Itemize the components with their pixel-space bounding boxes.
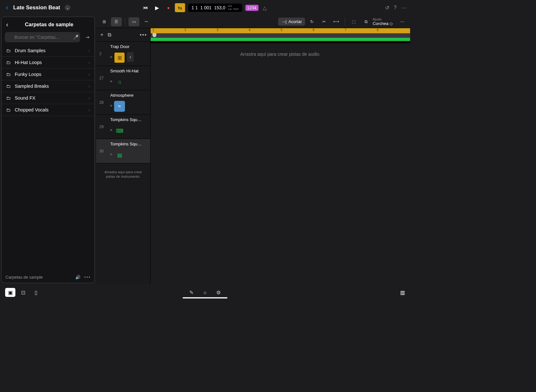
select-tool-button[interactable]: ⬚ <box>348 17 359 26</box>
folder-icon: 🗀 <box>6 72 11 77</box>
track-header[interactable]: 30 Tompkins Squ… ▤ <box>96 139 150 163</box>
folder-icon: 🗀 <box>6 60 11 65</box>
grid-view-button[interactable]: ⊞ <box>99 17 110 26</box>
audio-drop-zone[interactable]: Arrastra aquí para crear pistas de audio… <box>151 43 410 65</box>
instrument-icon[interactable]: ⌨ <box>114 125 125 136</box>
help-button[interactable]: ? <box>394 5 397 11</box>
regions-column: 12345678 Trap Door Smooth Hi-HatUptown C… <box>151 28 410 284</box>
folder-item[interactable]: 🗀Sound FX› <box>2 92 95 104</box>
count-in-button[interactable]: 1234 <box>245 5 258 11</box>
footer-label: Carpetas de sample <box>5 275 43 280</box>
chevron-right-icon: › <box>88 48 90 53</box>
folder-icon: 🗀 <box>6 48 11 53</box>
lcd-display[interactable]: 1 1 1 001 153,0 4/4 La♭ men <box>188 4 242 12</box>
copy-tool-button[interactable]: ⧉ <box>360 17 371 26</box>
track-more-button[interactable]: ••• <box>140 32 147 38</box>
split-tool-button[interactable]: ⟷ <box>331 17 342 26</box>
mute-dot[interactable] <box>110 56 112 58</box>
position-ticks: 1 001 <box>200 5 211 10</box>
instrument-drop-zone[interactable]: Arrastra aquí para crear pistas de instr… <box>96 163 150 185</box>
browser-more-button[interactable]: ••• <box>84 275 91 280</box>
chevron-right-icon: › <box>88 84 90 89</box>
trim-icon: →| <box>281 19 286 24</box>
top-right-controls: ↺ ? ⋯ <box>385 5 406 11</box>
mute-dot[interactable] <box>110 129 112 131</box>
instrument-icon[interactable]: ♫ <box>114 77 125 87</box>
sig-key: 4/4 La♭ men <box>228 5 239 11</box>
timeline-ruler[interactable]: 12345678 <box>151 28 410 42</box>
snap-setting[interactable]: Ajuste Corchea ◇ <box>373 18 393 26</box>
scissors-tool-button[interactable]: ✂ <box>318 17 329 26</box>
browser-title: Carpetas de sample <box>8 22 90 28</box>
browser-header: ‹ Carpetas de sample <box>2 17 95 32</box>
project-menu-button[interactable]: ⌄ <box>65 5 70 11</box>
mute-dot[interactable] <box>110 80 112 82</box>
browser-toggle-button[interactable]: ▣ <box>5 288 15 297</box>
cycle-button[interactable]: ⇆ <box>175 3 185 12</box>
automation-mode-button[interactable]: ⤳ <box>141 17 152 26</box>
track-header-controls: ＋ ⧉ ••• <box>96 28 150 42</box>
playhead[interactable] <box>153 33 156 37</box>
library-toggle-button[interactable]: ▯ <box>31 288 41 297</box>
more-button[interactable]: ⋯ <box>401 5 406 11</box>
chevron-right-icon: › <box>88 60 90 65</box>
transport-controls: ⏮ ▶ ● ⇆ 1 1 1 001 153,0 4/4 La♭ men 1234… <box>140 3 270 12</box>
folder-item[interactable]: 🗀Chopped Vocals› <box>2 104 95 116</box>
top-bar: ‹ Late Session Beat ⌄ ⏮ ▶ ● ⇆ 1 1 1 001 … <box>0 0 410 15</box>
track-header[interactable]: 28 Atmosphere ≈ <box>96 90 150 115</box>
folder-item[interactable]: 🗀Funky Loops› <box>2 69 95 80</box>
mixer-sliders-button[interactable]: ⚙ <box>216 290 221 296</box>
folder-icon: 🗀 <box>6 107 11 112</box>
region-row[interactable]: Tompkins Square 808 Bass <box>151 43 410 43</box>
mute-dot[interactable] <box>110 105 112 107</box>
instrument-icon[interactable]: ▤ <box>114 150 125 160</box>
bottom-bar: ▣ ⊡ ▯ ✎ ☼ ⚙ ▥ <box>0 284 410 300</box>
track-header[interactable]: 2 Trap Door ⊞ › <box>96 42 150 66</box>
instrument-icon[interactable]: ⊞ <box>114 52 125 63</box>
edit-tool-button[interactable]: ✎ <box>189 290 194 296</box>
collapse-sidebar-button[interactable]: ⇥ <box>84 33 91 42</box>
expand-track-button[interactable]: › <box>127 52 134 62</box>
project-title: Late Session Beat <box>13 4 60 11</box>
rewind-button[interactable]: ⏮ <box>140 3 151 12</box>
home-indicator <box>183 297 227 298</box>
browser-footer: Carpetas de sample 🔊 ••• <box>2 272 95 283</box>
mixer-toggle-button[interactable]: ⊡ <box>18 288 28 297</box>
tracks-toolbar: ⊞ ☰ ▭ ⤳ →| Acortar ↻ ✂ ⟷ ⬚ ⧉ Ajuste Corc… <box>96 15 410 28</box>
preview-speaker-button[interactable]: 🔊 <box>75 275 80 280</box>
search-field-wrap: 🎤 <box>5 32 81 42</box>
chevron-right-icon: › <box>88 107 90 112</box>
undo-button[interactable]: ↺ <box>385 5 389 11</box>
track-header[interactable]: 29 Tompkins Squ… ⌨ <box>96 115 150 139</box>
folder-icon: 🗀 <box>6 95 11 101</box>
instrument-icon[interactable]: ≈ <box>114 101 125 112</box>
folder-item[interactable]: 🗀Hi-Hat Loops› <box>2 57 95 69</box>
tracks-area: ⊞ ☰ ▭ ⤳ →| Acortar ↻ ✂ ⟷ ⬚ ⧉ Ajuste Corc… <box>96 15 410 284</box>
tempo-value: 153,0 <box>214 5 225 10</box>
track-header[interactable]: 27 Smooth Hi-Hat ♫ <box>96 66 150 90</box>
region-mode-button[interactable]: ▭ <box>128 17 139 26</box>
mute-dot[interactable] <box>110 153 112 155</box>
chevron-right-icon: › <box>88 95 90 101</box>
play-button[interactable]: ▶ <box>152 3 162 12</box>
duplicate-track-button[interactable]: ⧉ <box>108 32 111 38</box>
position-bars: 1 1 <box>192 5 198 10</box>
trim-button[interactable]: →| Acortar <box>278 18 305 26</box>
mic-icon[interactable]: 🎤 <box>73 35 78 40</box>
brightness-button[interactable]: ☼ <box>202 290 207 296</box>
chevron-right-icon: › <box>88 72 90 77</box>
list-view-button[interactable]: ☰ <box>111 17 122 26</box>
record-button[interactable]: ● <box>163 3 174 12</box>
add-track-button[interactable]: ＋ <box>99 31 104 38</box>
toolbar-more-button[interactable]: ⋯ <box>397 17 408 26</box>
piano-keys-button[interactable]: ▥ <box>400 290 405 296</box>
track-headers-column: ＋ ⧉ ••• 2 Trap Door ⊞ › 27 Smooth Hi-Hat… <box>96 28 151 284</box>
folder-item[interactable]: 🗀Sampled Breaks› <box>2 80 95 92</box>
browser-back-button[interactable]: ‹ <box>6 21 8 28</box>
folder-item[interactable]: 🗀Drum Samples› <box>2 45 95 57</box>
loop-tool-button[interactable]: ↻ <box>306 17 317 26</box>
folder-icon: 🗀 <box>6 84 11 89</box>
back-button[interactable]: ‹ <box>4 4 10 12</box>
search-input[interactable] <box>5 32 80 42</box>
metronome-button[interactable]: △ <box>260 3 270 12</box>
